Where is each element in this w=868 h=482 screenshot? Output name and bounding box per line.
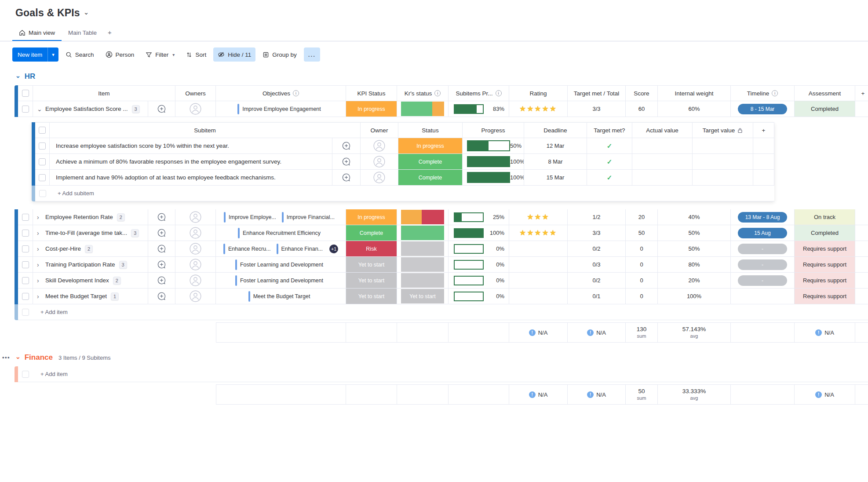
krs-status-label[interactable]: Yet to start — [401, 289, 444, 303]
krs-status-bar[interactable] — [401, 226, 444, 240]
add-update-cell[interactable] — [148, 257, 175, 272]
expand-chevron-icon[interactable]: ⌄ — [37, 106, 42, 113]
owners-cell[interactable] — [175, 101, 216, 117]
checkbox[interactable] — [22, 90, 29, 97]
column-header-internal-weight[interactable]: Internal weight — [658, 86, 731, 101]
checkbox[interactable] — [39, 142, 46, 150]
column-header-owner[interactable]: Owner — [361, 123, 398, 138]
actual-value-cell[interactable] — [632, 138, 693, 153]
checkbox[interactable] — [22, 293, 29, 300]
checkbox[interactable] — [22, 277, 29, 284]
owners-cell[interactable] — [175, 273, 216, 288]
column-header-score[interactable]: Score — [626, 86, 658, 101]
more-options-button[interactable]: ... — [304, 47, 320, 62]
owner-cell[interactable] — [361, 154, 398, 169]
add-column-button[interactable]: + — [855, 86, 868, 101]
checkbox[interactable] — [22, 261, 29, 268]
tab-main-view[interactable]: Main view — [12, 26, 62, 41]
krs-status-bar[interactable] — [401, 102, 444, 116]
owners-cell[interactable] — [175, 241, 216, 256]
rating-cell[interactable] — [509, 288, 568, 304]
column-header-deadline[interactable]: Deadline — [524, 123, 587, 138]
search-button[interactable]: Search — [61, 47, 98, 62]
status-label[interactable]: Complete — [398, 154, 462, 169]
add-update-cell[interactable] — [148, 241, 175, 256]
owners-cell[interactable] — [175, 209, 216, 225]
subitem-name[interactable]: Implement and have 90% adoption of at le… — [56, 174, 276, 181]
expand-chevron-icon[interactable]: › — [37, 245, 42, 252]
kpi-status-label[interactable]: Yet to start — [346, 257, 397, 272]
add-update-cell[interactable] — [148, 209, 175, 225]
timeline-pill[interactable]: 15 Aug — [738, 228, 787, 238]
add-update-cell[interactable] — [148, 225, 175, 241]
column-header-item[interactable]: Item — [33, 86, 175, 101]
assessment-label[interactable]: Completed — [795, 101, 855, 117]
column-header-subitem[interactable]: Subitem — [50, 123, 361, 138]
progress-bar[interactable] — [454, 212, 484, 222]
checkbox[interactable] — [22, 106, 29, 113]
column-header-timeline[interactable]: Timelinei — [731, 86, 795, 101]
chevron-down-icon[interactable]: ⌄ — [15, 353, 21, 360]
item-name[interactable]: Employee Retention Rate — [45, 214, 113, 220]
assessment-label[interactable]: Requires support — [795, 257, 855, 272]
timeline-pill[interactable]: - — [738, 259, 787, 270]
checkbox[interactable] — [22, 245, 29, 252]
add-update-cell[interactable] — [332, 170, 361, 185]
objective-chip[interactable]: Meet the Budget Target — [248, 291, 314, 302]
kpi-status-label[interactable]: Risk — [346, 241, 397, 256]
krs-status-bar[interactable] — [401, 257, 444, 272]
progress-bar[interactable] — [454, 228, 484, 238]
progress-bar[interactable] — [454, 104, 484, 114]
new-item-button[interactable]: New item ▾ — [12, 47, 58, 62]
add-update-cell[interactable] — [332, 138, 361, 153]
krs-status-bar[interactable] — [401, 210, 444, 224]
chevron-down-icon[interactable]: ▾ — [172, 52, 175, 57]
progress-bar[interactable] — [467, 156, 510, 167]
status-label[interactable]: Complete — [398, 170, 462, 185]
objective-chip[interactable]: Foster Learning and Development — [235, 259, 326, 270]
column-header-status[interactable]: Status — [398, 123, 463, 138]
column-header-target-met[interactable]: Target met / Total — [568, 86, 626, 101]
chevron-down-icon[interactable]: ⌄ — [84, 8, 89, 16]
expand-chevron-icon[interactable]: › — [37, 261, 42, 268]
add-update-cell[interactable] — [148, 288, 175, 304]
progress-bar[interactable] — [467, 172, 510, 183]
column-header-rating[interactable]: Rating — [509, 86, 568, 101]
objective-chip[interactable]: Enhance Recruitment Efficiency — [238, 228, 324, 238]
item-name[interactable]: Meet the Budget Target — [45, 293, 107, 299]
item-name[interactable]: Cost-per-Hire — [45, 245, 81, 252]
hide-columns-button[interactable]: Hide / 11 — [213, 47, 255, 62]
progress-bar[interactable] — [454, 244, 484, 254]
rating-cell[interactable] — [509, 273, 568, 288]
objective-chip[interactable]: Improve Employee Engagement — [237, 104, 324, 114]
krs-status-bar[interactable] — [401, 241, 444, 256]
rating-cell[interactable]: ★★★★★ — [509, 101, 568, 117]
checkbox[interactable] — [39, 158, 46, 165]
rating-cell[interactable]: ★★★★★ — [509, 225, 568, 241]
add-update-cell[interactable] — [148, 273, 175, 288]
krs-status-bar[interactable] — [401, 273, 444, 288]
owners-cell[interactable] — [175, 225, 216, 241]
assessment-label[interactable]: On track — [795, 209, 855, 225]
timeline-pill[interactable]: - — [738, 275, 787, 286]
add-label[interactable]: + Add item — [40, 309, 68, 315]
add-label[interactable]: + Add subitem — [58, 190, 94, 197]
checkbox[interactable] — [22, 214, 29, 221]
star-rating[interactable]: ★★★★★ — [519, 104, 557, 113]
kpi-status-label[interactable]: Yet to start — [346, 288, 397, 304]
kpi-status-label[interactable]: Yet to start — [346, 273, 397, 288]
owner-cell[interactable] — [361, 138, 398, 153]
rating-cell[interactable]: ★★★ — [509, 209, 568, 225]
expand-chevron-icon[interactable]: › — [37, 230, 42, 237]
column-header-kpi-status[interactable]: KPI Status — [346, 86, 397, 101]
group-name[interactable]: Finance — [25, 353, 53, 362]
status-label[interactable]: In progress — [398, 138, 462, 153]
checkbox[interactable] — [22, 230, 29, 237]
checkbox[interactable] — [39, 174, 46, 181]
progress-bar[interactable] — [454, 276, 484, 285]
column-header-owners[interactable]: Owners — [175, 86, 216, 101]
kpi-status-label[interactable]: In progress — [346, 209, 397, 225]
group-by-button[interactable]: Group by — [258, 47, 301, 62]
tab-main-table[interactable]: Main Table — [62, 26, 103, 41]
more-objectives-badge[interactable]: +1 — [329, 245, 338, 253]
